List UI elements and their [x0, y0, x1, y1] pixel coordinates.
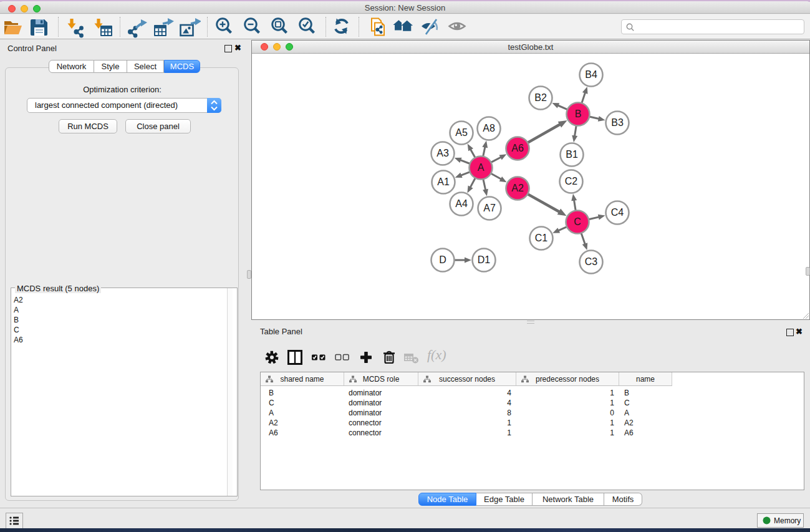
svg-text:B: B: [575, 109, 582, 119]
svg-text:B4: B4: [585, 69, 597, 80]
svg-text:B3: B3: [611, 117, 624, 128]
svg-text:B1: B1: [566, 149, 578, 160]
svg-text:D1: D1: [478, 254, 491, 265]
svg-text:A2: A2: [511, 183, 524, 193]
svg-text:A7: A7: [483, 203, 496, 213]
svg-text:C: C: [574, 216, 581, 227]
svg-text:C2: C2: [565, 176, 578, 186]
svg-text:C1: C1: [535, 233, 548, 243]
svg-text:A4: A4: [455, 198, 468, 209]
svg-text:B2: B2: [534, 92, 547, 103]
svg-text:A1: A1: [437, 177, 450, 187]
svg-text:A3: A3: [436, 148, 449, 158]
svg-text:A5: A5: [455, 127, 468, 138]
svg-text:C4: C4: [611, 207, 624, 218]
svg-text:C3: C3: [585, 256, 598, 267]
svg-text:A8: A8: [483, 123, 495, 133]
svg-text:A6: A6: [511, 143, 524, 153]
svg-text:A: A: [478, 162, 485, 173]
svg-text:D: D: [439, 254, 446, 265]
